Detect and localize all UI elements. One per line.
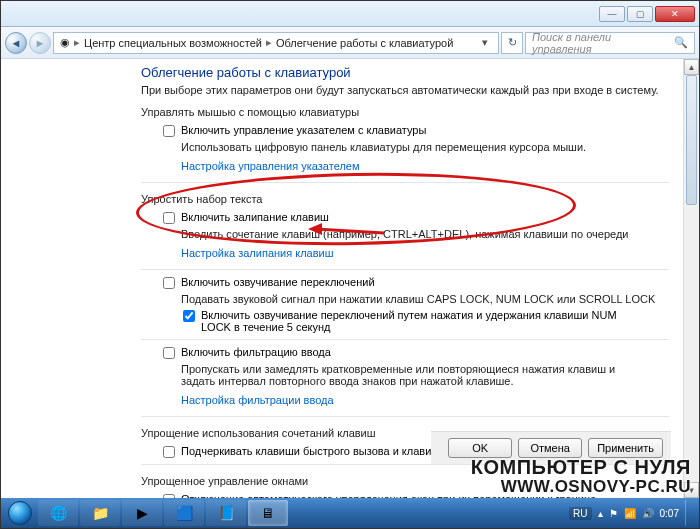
start-button[interactable] bbox=[3, 500, 37, 526]
breadcrumb-sep: ▸ bbox=[74, 36, 80, 49]
toggle-keys-desc: Подавать звуковой сигнал при нажатии кла… bbox=[181, 293, 669, 305]
minimize-button[interactable]: — bbox=[599, 6, 625, 22]
filter-keys-desc: Пропускать или замедлять кратковременные… bbox=[181, 363, 621, 387]
close-button[interactable]: ✕ bbox=[655, 6, 695, 22]
taskbar: 🌐 📁 ▶ 🟦 📘 🖥 RU ▴ ⚑ 📶 🔊 0:07 bbox=[1, 498, 699, 528]
back-button[interactable]: ◄ bbox=[5, 32, 27, 54]
breadcrumb-sep: ▸ bbox=[266, 36, 272, 49]
checkbox-toggle-keys-numlock-label: Включить озвучивание переключений путем … bbox=[201, 309, 621, 333]
section-mouse-title: Управлять мышью с помощью клавиатуры bbox=[141, 106, 669, 118]
section-typing-title: Упростить набор текста bbox=[141, 193, 669, 205]
taskbar-item-ie[interactable]: 🌐 bbox=[38, 500, 78, 526]
search-icon: 🔍 bbox=[674, 36, 688, 49]
checkbox-filter-keys-label: Включить фильтрацию ввода bbox=[181, 346, 331, 358]
scroll-thumb[interactable] bbox=[686, 75, 697, 205]
scroll-down-button[interactable]: ▼ bbox=[684, 482, 699, 498]
link-filter-keys-setup[interactable]: Настройка фильтрации ввода bbox=[181, 394, 334, 406]
dialog-buttons: OK Отмена Применить bbox=[431, 431, 671, 464]
checkbox-underline-shortcuts[interactable] bbox=[163, 446, 175, 458]
separator bbox=[141, 416, 669, 417]
separator bbox=[141, 182, 669, 183]
separator bbox=[141, 339, 669, 340]
tray-language[interactable]: RU bbox=[569, 507, 591, 520]
separator bbox=[141, 464, 669, 465]
taskbar-item-explorer[interactable]: 📁 bbox=[80, 500, 120, 526]
search-placeholder: Поиск в панели управления bbox=[532, 31, 670, 55]
section-windows-title: Упрощенное управление окнами bbox=[141, 475, 669, 487]
checkbox-toggle-keys-label: Включить озвучивание переключений bbox=[181, 276, 375, 288]
ok-button[interactable]: OK bbox=[448, 438, 512, 458]
refresh-button[interactable]: ↻ bbox=[501, 32, 523, 54]
show-desktop-button[interactable] bbox=[685, 500, 691, 526]
breadcrumb-item-2[interactable]: Облегчение работы с клавиатурой bbox=[276, 37, 453, 49]
checkbox-sticky-keys-label: Включить залипание клавиш bbox=[181, 211, 329, 223]
tray-network-icon[interactable]: 📶 bbox=[624, 508, 636, 519]
maximize-button[interactable]: ▢ bbox=[627, 6, 653, 22]
mouse-keys-desc: Использовать цифровую панель клавиатуры … bbox=[181, 141, 669, 153]
checkbox-sticky-keys[interactable] bbox=[163, 212, 175, 224]
link-sticky-keys-setup[interactable]: Настройка залипания клавиш bbox=[181, 247, 334, 259]
content-area: Облегчение работы с клавиатурой При выбо… bbox=[1, 59, 699, 498]
apply-button[interactable]: Применить bbox=[588, 438, 663, 458]
vertical-scrollbar[interactable]: ▲ ▼ bbox=[683, 59, 699, 498]
checkbox-toggle-keys-numlock[interactable] bbox=[183, 310, 195, 322]
breadcrumb-item-1[interactable]: Центр специальных возможностей bbox=[84, 37, 262, 49]
tray-up-icon[interactable]: ▴ bbox=[598, 508, 603, 519]
scroll-up-button[interactable]: ▲ bbox=[684, 59, 699, 75]
forward-button[interactable]: ► bbox=[29, 32, 51, 54]
separator bbox=[141, 269, 669, 270]
taskbar-item-app[interactable]: 🟦 bbox=[164, 500, 204, 526]
taskbar-item-active[interactable]: 🖥 bbox=[248, 500, 288, 526]
nav-bar: ◄ ► ◉ ▸ Центр специальных возможностей ▸… bbox=[1, 27, 699, 59]
control-panel-icon: ◉ bbox=[60, 36, 70, 49]
sticky-keys-desc: Вводить сочетание клавиш (например, CTRL… bbox=[181, 228, 669, 240]
checkbox-filter-keys[interactable] bbox=[163, 347, 175, 359]
checkbox-mouse-keys-label: Включить управление указателем с клавиат… bbox=[181, 124, 426, 136]
link-mouse-keys-setup[interactable]: Настройка управления указателем bbox=[181, 160, 360, 172]
taskbar-item-player[interactable]: ▶ bbox=[122, 500, 162, 526]
tray-flag-icon[interactable]: ⚑ bbox=[609, 508, 618, 519]
tray-clock[interactable]: 0:07 bbox=[660, 508, 679, 519]
tray-volume-icon[interactable]: 🔊 bbox=[642, 508, 654, 519]
breadcrumb-dropdown[interactable]: ▾ bbox=[478, 36, 492, 49]
breadcrumb[interactable]: ◉ ▸ Центр специальных возможностей ▸ Обл… bbox=[53, 32, 499, 54]
window-titlebar: — ▢ ✕ bbox=[1, 1, 699, 27]
system-tray[interactable]: RU ▴ ⚑ 📶 🔊 0:07 bbox=[569, 500, 697, 526]
search-input[interactable]: Поиск в панели управления 🔍 bbox=[525, 32, 695, 54]
checkbox-mouse-keys[interactable] bbox=[163, 125, 175, 137]
checkbox-toggle-keys[interactable] bbox=[163, 277, 175, 289]
taskbar-item-app2[interactable]: 📘 bbox=[206, 500, 246, 526]
page-title: Облегчение работы с клавиатурой bbox=[141, 65, 669, 80]
cancel-button[interactable]: Отмена bbox=[518, 438, 582, 458]
page-intro: При выборе этих параметров они будут зап… bbox=[141, 84, 669, 96]
